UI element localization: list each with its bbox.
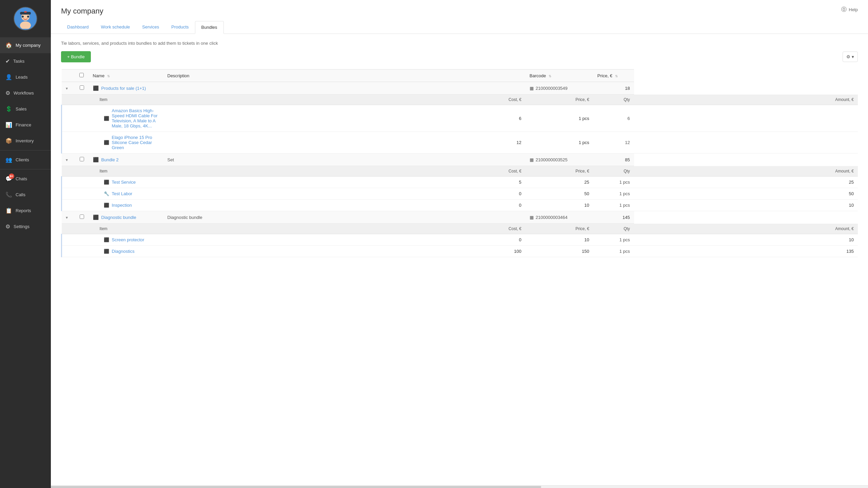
collapse-btn-cell: ▾ xyxy=(62,82,75,95)
sidebar-item-chats[interactable]: 💬 Chats 9+ xyxy=(0,171,51,187)
settings-button[interactable]: ⚙ ▾ xyxy=(843,52,858,62)
items-header-row: Item Cost, € Price, € Qty Amount, € xyxy=(62,166,858,177)
collapse-button[interactable]: ▾ xyxy=(66,158,68,162)
sidebar-label-workflows: Workflows xyxy=(14,90,34,96)
sidebar-item-finance[interactable]: 📊 Finance xyxy=(0,117,51,133)
name-sort-icon[interactable]: ⇅ xyxy=(107,74,110,78)
table-header-row: Name ⇅ Description Barcode ⇅ Price, € ⇅ xyxy=(62,69,858,82)
sidebar-item-settings[interactable]: ⚙ Settings xyxy=(0,219,51,235)
select-all-checkbox[interactable] xyxy=(79,73,84,77)
th-description: Description xyxy=(163,69,526,82)
bundle-name-cell: ⬛ Diagnostic bundle xyxy=(89,211,163,224)
item-spacer xyxy=(62,177,89,188)
chevron-down-icon: ▾ xyxy=(852,54,854,59)
tab-services[interactable]: Services xyxy=(136,21,165,34)
item-name-link[interactable]: Elago iPhone 15 Pro Silicone Case Cedar … xyxy=(112,135,159,150)
item-name-link[interactable]: Diagnostics xyxy=(112,249,135,254)
sidebar-item-calls[interactable]: 📞 Calls xyxy=(0,187,51,203)
avatar-container xyxy=(0,0,51,37)
tab-work-schedule[interactable]: Work schedule xyxy=(95,21,136,34)
sub-th-amount: Amount, € xyxy=(634,224,858,234)
sub-th-qty: Qty xyxy=(593,224,634,234)
service-icon: ⬛ xyxy=(104,203,109,208)
sidebar-icon-reports: 📋 xyxy=(5,207,12,214)
item-name-link[interactable]: Amazon Basics High-Speed HDMI Cable For … xyxy=(112,108,159,128)
sidebar-icon-clients: 👥 xyxy=(5,157,12,163)
table-row: 🔧 Test Labor 0 50 1 pcs 50 xyxy=(62,188,858,200)
item-amount-cell: 10 xyxy=(634,234,858,246)
item-cost-cell: 5 xyxy=(163,177,526,188)
bundle-checkbox[interactable] xyxy=(80,215,84,219)
sidebar-item-workflows[interactable]: ⚙ Workflows xyxy=(0,85,51,101)
bundle-icon: ⬛ xyxy=(93,215,99,220)
item-qty-cell: 1 pcs xyxy=(593,246,634,257)
item-qty-cell: 1 pcs xyxy=(593,177,634,188)
bottom-scrollbar[interactable] xyxy=(51,485,868,488)
sub-th-qty: Qty xyxy=(593,166,634,177)
th-name: Name ⇅ xyxy=(89,69,163,82)
sub-th-item: Item xyxy=(89,224,163,234)
toolbar: + Bundle ⚙ ▾ xyxy=(61,51,858,62)
product-icon: ⬛ xyxy=(104,237,109,242)
item-amount-cell: 50 xyxy=(634,188,858,200)
sidebar-item-my-company[interactable]: 🏠 My company xyxy=(0,37,51,53)
sub-spacer xyxy=(62,166,89,177)
item-spacer xyxy=(62,246,89,257)
product-icon: ⬛ xyxy=(104,140,109,145)
sidebar-label-clients: Clients xyxy=(16,157,29,162)
help-icon: ⓪ xyxy=(841,6,847,13)
table-row: ⬛ Screen protector 0 10 1 pcs 10 xyxy=(62,234,858,246)
sidebar-item-sales[interactable]: 💲 Sales xyxy=(0,101,51,117)
sidebar-item-leads[interactable]: 👤 Leads xyxy=(0,69,51,85)
sidebar-label-my-company: My company xyxy=(16,43,41,48)
collapse-button[interactable]: ▾ xyxy=(66,215,68,220)
labor-icon: 🔧 xyxy=(104,191,109,196)
bundle-group-row: ▾ ⬛ Diagnostic bundle Diagnostic bundle … xyxy=(62,211,858,224)
item-name-cell: 🔧 Test Labor xyxy=(89,188,163,200)
scrollbar-thumb xyxy=(51,486,541,488)
item-cost-cell: 100 xyxy=(163,246,526,257)
table-row: ⬛ Inspection 0 10 1 pcs 10 xyxy=(62,200,858,211)
bundle-name-link[interactable]: Products for sale (1+1) xyxy=(101,86,146,91)
item-price-cell: 50 xyxy=(526,188,593,200)
sidebar-label-inventory: Inventory xyxy=(16,138,34,143)
bundle-name-link[interactable]: Diagnostic bundle xyxy=(101,215,136,220)
bundle-checkbox[interactable] xyxy=(80,85,84,90)
item-name-link[interactable]: Test Service xyxy=(112,180,136,185)
price-sort-icon[interactable]: ⇅ xyxy=(615,74,618,78)
tabs: DashboardWork scheduleServicesProductsBu… xyxy=(61,21,858,34)
bundle-barcode-cell: ▦ 2100000003549 xyxy=(526,82,593,95)
item-spacer xyxy=(62,105,89,132)
svg-point-5 xyxy=(27,16,29,18)
add-bundle-button[interactable]: + Bundle xyxy=(61,51,91,62)
bundle-name-cell: ⬛ Bundle 2 xyxy=(89,154,163,166)
sub-th-price: Price, € xyxy=(526,95,593,105)
tab-dashboard[interactable]: Dashboard xyxy=(61,21,95,34)
sidebar-icon-inventory: 📦 xyxy=(5,138,12,144)
sidebar-item-inventory[interactable]: 📦 Inventory xyxy=(0,133,51,149)
sub-spacer xyxy=(62,224,89,234)
sidebar-item-clients[interactable]: 👥 Clients xyxy=(0,152,51,168)
sub-th-cost: Cost, € xyxy=(163,224,526,234)
help-button[interactable]: ⓪ Help xyxy=(841,6,858,13)
sidebar-item-reports[interactable]: 📋 Reports xyxy=(0,203,51,219)
bundle-name-link[interactable]: Bundle 2 xyxy=(101,157,119,162)
sidebar-item-tasks[interactable]: ✔ Tasks xyxy=(0,53,51,69)
barcode-sort-icon[interactable]: ⇅ xyxy=(549,74,551,78)
collapse-button[interactable]: ▾ xyxy=(66,86,68,91)
tab-products[interactable]: Products xyxy=(165,21,195,34)
item-amount-cell: 135 xyxy=(634,246,858,257)
item-name-link[interactable]: Test Labor xyxy=(112,191,133,196)
sidebar-label-finance: Finance xyxy=(16,122,31,127)
product-icon: ⬛ xyxy=(104,116,109,121)
sub-spacer xyxy=(62,95,89,105)
page-title: My company xyxy=(61,7,858,16)
sidebar-label-calls: Calls xyxy=(16,192,25,197)
sidebar-badge-chats: 9+ xyxy=(9,174,14,179)
sidebar-icon-tasks: ✔ xyxy=(5,58,10,64)
tab-bundles[interactable]: Bundles xyxy=(195,21,224,34)
bundle-checkbox[interactable] xyxy=(80,157,84,161)
item-name-link[interactable]: Screen protector xyxy=(112,237,144,242)
item-name-link[interactable]: Inspection xyxy=(112,203,132,208)
description-text: Tie labors, services, and products into … xyxy=(61,41,858,46)
